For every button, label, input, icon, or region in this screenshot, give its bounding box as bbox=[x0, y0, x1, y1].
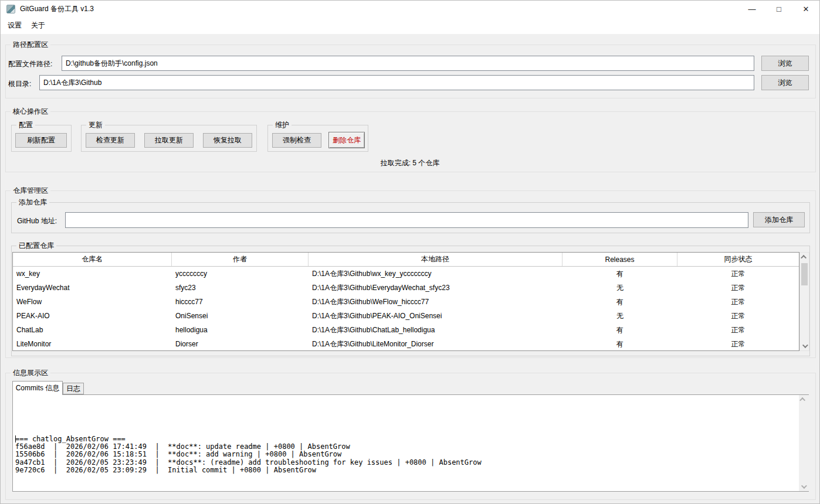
info-display-title: 信息展示区 bbox=[11, 369, 50, 377]
menubar: 设置关于 bbox=[1, 17, 819, 34]
repo-table-body: wx_key ycccccccy D:\1A仓库3\Github\wx_key_… bbox=[13, 267, 799, 351]
close-button[interactable]: ✕ bbox=[792, 1, 819, 17]
force-check-button[interactable]: 强制检查 bbox=[272, 133, 321, 148]
minimize-button[interactable]: — bbox=[738, 1, 765, 17]
update-group-title: 更新 bbox=[86, 121, 105, 129]
textarea-scrollbar[interactable] bbox=[799, 395, 809, 491]
cell-local-path: D:\1A仓库3\Github\LiteMonitor_Diorser bbox=[309, 337, 563, 351]
menu-item[interactable]: 设置 bbox=[3, 19, 26, 32]
cell-releases: 有 bbox=[563, 267, 677, 281]
path-config-frame: 路径配置区 bbox=[5, 45, 816, 98]
scroll-down-button[interactable] bbox=[799, 482, 808, 491]
column-header-releases[interactable]: Releases bbox=[563, 253, 677, 266]
column-header-sync-status[interactable]: 同步状态 bbox=[677, 253, 799, 266]
cell-author: ycccccccy bbox=[172, 267, 309, 281]
chevron-down-icon bbox=[801, 483, 807, 489]
tab-log[interactable]: 日志 bbox=[63, 383, 84, 394]
cell-releases: 无 bbox=[563, 281, 677, 295]
github-address-input[interactable] bbox=[65, 212, 748, 228]
cell-local-path: D:\1A仓库3\Github\ChatLab_hellodigua bbox=[309, 323, 563, 337]
window-controls: — □ ✕ bbox=[738, 1, 819, 17]
config-path-label: 配置文件路径: bbox=[8, 59, 52, 69]
cell-repo-name: wx_key bbox=[13, 267, 172, 281]
delete-repo-button[interactable]: 删除仓库 bbox=[328, 132, 365, 148]
cell-sync-status: 正常 bbox=[677, 337, 799, 351]
scrollbar-thumb[interactable] bbox=[801, 263, 808, 285]
cell-author: hellodigua bbox=[172, 323, 309, 337]
cell-repo-name: LiteMonitor bbox=[13, 337, 172, 351]
commits-text: === chatlog_AbsentGrow ===f56ae8d | 2026… bbox=[15, 412, 808, 474]
cell-local-path: D:\1A仓库3\Github\WeFlow_hicccc77 bbox=[309, 295, 563, 309]
app-window: GitGuard 备份工具 v1.3 — □ ✕ 设置关于 路径配置区 配置文件… bbox=[0, 0, 820, 504]
cell-releases: 无 bbox=[563, 309, 677, 323]
repo-table-scrollbar[interactable] bbox=[799, 252, 809, 351]
repo-table-header: 仓库名 作者 本地路径 Releases 同步状态 bbox=[13, 253, 799, 267]
scroll-up-button[interactable] bbox=[800, 253, 809, 261]
column-header-author[interactable]: 作者 bbox=[172, 253, 309, 266]
commit-line: 9e720c6 | 2026/02/05 23:09:29 | Initial … bbox=[15, 466, 808, 474]
column-header-local-path[interactable]: 本地路径 bbox=[309, 253, 563, 266]
cell-releases: 有 bbox=[563, 337, 677, 351]
configured-repos-title: 已配置仓库 bbox=[16, 241, 56, 250]
column-header-repo-name[interactable]: 仓库名 bbox=[13, 253, 172, 266]
cell-repo-name: ChatLab bbox=[13, 323, 172, 337]
cell-local-path: D:\1A仓库3\Github\EverydayWechat_sfyc23 bbox=[309, 281, 563, 295]
cell-sync-status: 正常 bbox=[677, 267, 799, 281]
menu-item[interactable]: 关于 bbox=[26, 19, 50, 32]
table-row[interactable]: WeFlow hicccc77 D:\1A仓库3\Github\WeFlow_h… bbox=[13, 295, 799, 309]
cell-sync-status: 正常 bbox=[677, 295, 799, 309]
cell-author: hicccc77 bbox=[172, 295, 309, 309]
cell-sync-status: 正常 bbox=[677, 309, 799, 323]
cell-author: sfyc23 bbox=[172, 281, 309, 295]
scroll-down-button[interactable] bbox=[800, 342, 809, 350]
titlebar: GitGuard 备份工具 v1.3 — □ ✕ bbox=[1, 1, 819, 17]
add-repo-group-title: 添加仓库 bbox=[16, 198, 49, 206]
add-repo-button[interactable]: 添加仓库 bbox=[753, 212, 805, 227]
pull-update-button[interactable]: 拉取更新 bbox=[144, 133, 194, 148]
refresh-config-button[interactable]: 刷新配置 bbox=[15, 133, 67, 148]
cell-sync-status: 正常 bbox=[677, 281, 799, 295]
cell-author: OniSensei bbox=[172, 309, 309, 323]
maintenance-group-title: 维护 bbox=[273, 121, 292, 129]
cell-repo-name: PEAK-AIO bbox=[13, 309, 172, 323]
config-path-input[interactable] bbox=[62, 56, 754, 71]
config-group-title: 配置 bbox=[16, 121, 35, 129]
tab-commits[interactable]: Commits 信息 bbox=[12, 381, 63, 395]
repo-table: 仓库名 作者 本地路径 Releases 同步状态 wx_key ycccccc… bbox=[12, 252, 799, 351]
commits-textarea[interactable]: === chatlog_AbsentGrow ===f56ae8d | 2026… bbox=[12, 394, 809, 492]
browse-root-button[interactable]: 浏览 bbox=[761, 75, 809, 90]
status-label: 拉取完成: 5 个仓库 bbox=[1, 158, 819, 168]
table-row[interactable]: PEAK-AIO OniSensei D:\1A仓库3\Github\PEAK-… bbox=[13, 309, 799, 323]
root-dir-label: 根目录: bbox=[8, 79, 31, 89]
cell-author: Diorser bbox=[172, 337, 309, 351]
scroll-up-button[interactable] bbox=[799, 395, 808, 404]
check-update-button[interactable]: 检查更新 bbox=[86, 133, 135, 148]
cell-repo-name: EverydayWechat bbox=[13, 281, 172, 295]
cell-releases: 有 bbox=[563, 323, 677, 337]
cell-local-path: D:\1A仓库3\Github\wx_key_ycccccccy bbox=[309, 267, 563, 281]
cell-sync-status: 正常 bbox=[677, 323, 799, 337]
text-cursor bbox=[15, 435, 16, 442]
github-address-label: GitHub 地址: bbox=[17, 216, 57, 226]
root-dir-input[interactable] bbox=[39, 75, 754, 90]
path-config-title: 路径配置区 bbox=[11, 40, 50, 49]
cell-local-path: D:\1A仓库3\Github\PEAK-AIO_OniSensei bbox=[309, 309, 563, 323]
table-row[interactable]: LiteMonitor Diorser D:\1A仓库3\Github\Lite… bbox=[13, 337, 799, 351]
cell-repo-name: WeFlow bbox=[13, 295, 172, 309]
commit-line: 15506b6 | 2026/02/06 15:18:51 | **doc**:… bbox=[15, 451, 808, 458]
repo-management-title: 仓库管理区 bbox=[11, 186, 50, 195]
commit-line: 9a47cb1 | 2026/02/05 23:23:49 | **docs**… bbox=[15, 459, 808, 466]
chevron-up-icon bbox=[801, 255, 807, 261]
chevron-down-icon bbox=[802, 342, 808, 348]
resume-pull-button[interactable]: 恢复拉取 bbox=[203, 133, 252, 148]
window-title: GitGuard 备份工具 v1.3 bbox=[20, 4, 94, 14]
table-row[interactable]: ChatLab hellodigua D:\1A仓库3\Github\ChatL… bbox=[13, 323, 799, 337]
table-row[interactable]: EverydayWechat sfyc23 D:\1A仓库3\Github\Ev… bbox=[13, 281, 799, 295]
maximize-button[interactable]: □ bbox=[765, 1, 792, 17]
core-operations-title: 核心操作区 bbox=[11, 107, 50, 115]
app-icon bbox=[6, 5, 15, 13]
table-row[interactable]: wx_key ycccccccy D:\1A仓库3\Github\wx_key_… bbox=[13, 267, 799, 281]
cell-releases: 有 bbox=[563, 295, 677, 309]
browse-config-button[interactable]: 浏览 bbox=[761, 56, 809, 71]
chevron-up-icon bbox=[799, 397, 805, 403]
